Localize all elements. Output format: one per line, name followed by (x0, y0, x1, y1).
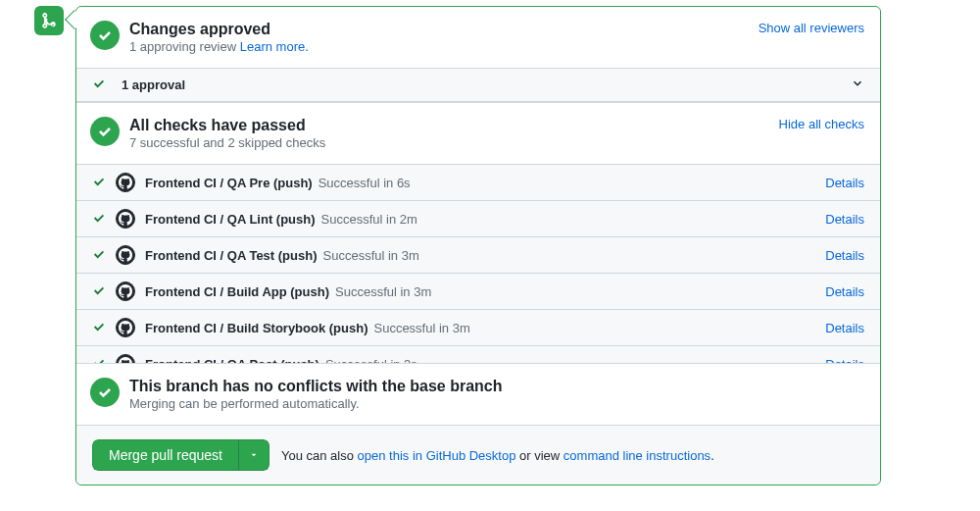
learn-more-link[interactable]: Learn more. (240, 39, 309, 54)
check-row: Frontend CI / QA Pre (push)Successful in… (76, 165, 880, 201)
check-name: Frontend CI / Build App (push) (145, 284, 329, 299)
github-icon (116, 281, 135, 301)
github-icon (116, 209, 135, 229)
footer-text: You can also open this in GitHub Desktop… (281, 448, 714, 463)
check-name: Frontend CI / QA Pre (push) (145, 176, 313, 190)
check-icon (92, 175, 106, 191)
check-name: Frontend CI / Build Storybook (push) (145, 321, 368, 335)
conflict-subtext: Merging can be performed automatically. (129, 396, 503, 411)
check-name: Frontend CI / QA Test (push) (145, 248, 318, 263)
check-row: Frontend CI / QA Lint (push)Successful i… (76, 201, 880, 237)
show-reviewers-link[interactable]: Show all reviewers (759, 21, 864, 35)
checks-section: All checks have passed 7 successful and … (76, 102, 880, 164)
github-icon (116, 318, 135, 337)
approved-title: Changes approved (129, 21, 309, 38)
github-desktop-link[interactable]: open this in GitHub Desktop (358, 448, 516, 463)
details-link[interactable]: Details (825, 284, 864, 299)
check-row: Frontend CI / QA Post (push)Successful i… (76, 346, 880, 363)
approved-subtext: 1 approving review Learn more. (129, 39, 309, 54)
check-status: Successful in 3m (323, 248, 419, 263)
merge-button[interactable]: Merge pull request (92, 439, 238, 471)
approved-section: Changes approved 1 approving review Lear… (76, 7, 880, 68)
cli-instructions-link[interactable]: command line instructions (564, 448, 710, 463)
check-status: Successful in 6s (318, 176, 411, 190)
github-icon (116, 173, 135, 192)
check-row: Frontend CI / QA Test (push)Successful i… (76, 237, 880, 274)
merge-footer: Merge pull request You can also open thi… (76, 425, 880, 485)
check-icon (92, 247, 106, 264)
checks-subtext: 7 successful and 2 skipped checks (129, 135, 325, 150)
merge-icon (34, 6, 64, 35)
check-icon (92, 283, 106, 300)
conflict-section: This branch has no conflicts with the ba… (76, 363, 880, 425)
chevron-down-icon[interactable] (851, 77, 864, 93)
checks-title: All checks have passed (129, 117, 325, 134)
check-status: Successful in 3m (335, 284, 431, 299)
check-row: Frontend CI / Build Storybook (push)Succ… (76, 310, 880, 346)
checks-list[interactable]: Frontend CI / QA Pre (push)Successful in… (76, 164, 880, 363)
merge-caret-button[interactable] (238, 439, 270, 471)
check-icon (92, 211, 106, 228)
github-icon (116, 354, 135, 363)
conflict-title: This branch has no conflicts with the ba… (129, 378, 503, 395)
check-status: Successful in 3m (373, 321, 469, 335)
check-status: Successful in 2m (321, 212, 417, 227)
approval-count: 1 approval (122, 77, 185, 92)
check-icon (92, 356, 106, 364)
details-link[interactable]: Details (825, 176, 864, 190)
check-icon (92, 320, 106, 336)
details-link[interactable]: Details (825, 321, 864, 335)
hide-checks-link[interactable]: Hide all checks (779, 117, 864, 131)
check-circle-icon (90, 117, 120, 146)
merge-button-group: Merge pull request (92, 439, 270, 471)
check-row: Frontend CI / Build App (push)Successful… (76, 274, 880, 310)
check-circle-icon (90, 378, 120, 407)
github-icon (116, 245, 135, 265)
check-icon (92, 77, 106, 93)
details-link[interactable]: Details (825, 212, 864, 227)
check-name: Frontend CI / QA Lint (push) (145, 212, 316, 227)
approval-bar[interactable]: 1 approval (76, 68, 880, 102)
details-link[interactable]: Details (825, 248, 864, 263)
check-circle-icon (90, 21, 120, 50)
